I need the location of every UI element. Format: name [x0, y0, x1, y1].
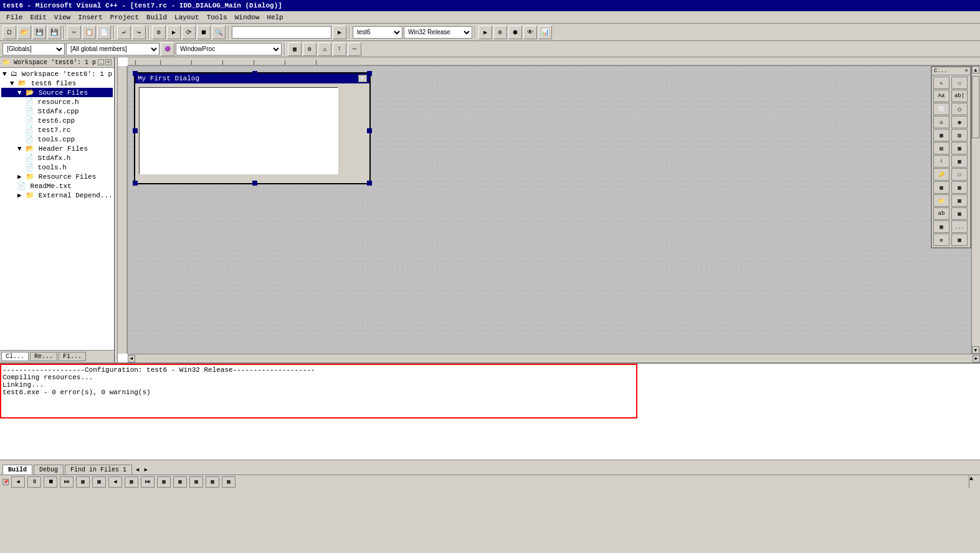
- editor-scrollbar-h[interactable]: ◄ ►: [128, 354, 980, 362]
- menu-project[interactable]: Project: [107, 12, 143, 22]
- menu-file[interactable]: File: [2, 12, 26, 22]
- palette-btn-26[interactable]: ▦: [951, 234, 968, 246]
- save-btn[interactable]: 💾: [32, 26, 46, 39]
- palette-check-btn[interactable]: ☒: [933, 116, 949, 128]
- search-input[interactable]: [232, 26, 331, 39]
- palette-tab-btn[interactable]: ✿: [933, 234, 949, 246]
- cut-btn[interactable]: ✂: [67, 26, 81, 39]
- panel-minimize-btn[interactable]: _: [98, 59, 104, 65]
- status-btn-14[interactable]: ▦: [222, 476, 235, 488]
- resize-handle-bottomright[interactable]: [367, 181, 372, 186]
- tab-build[interactable]: Build: [2, 465, 32, 475]
- palette-btn-18[interactable]: ▦: [951, 181, 968, 194]
- layout-btn5[interactable]: ↔: [348, 42, 361, 56]
- panel-close-btn[interactable]: ×: [105, 59, 112, 65]
- resize-handle-bottomleft[interactable]: [133, 181, 138, 186]
- status-btn-9[interactable]: ⏭: [141, 476, 155, 488]
- resize-handle-topleft[interactable]: [133, 71, 138, 76]
- paste-btn[interactable]: 📄: [97, 26, 111, 39]
- status-btn-12[interactable]: ▦: [189, 476, 203, 488]
- palette-radio2-btn[interactable]: ◉: [951, 116, 968, 128]
- status-scrollbar[interactable]: ▲: [969, 475, 978, 488]
- palette-scroll-btn[interactable]: ↕: [933, 155, 949, 168]
- build-btn[interactable]: ▶: [167, 26, 181, 39]
- open-btn[interactable]: 📂: [17, 26, 31, 39]
- tree-item-4[interactable]: 📄 StdAfx.cpp: [1, 106, 113, 116]
- tab-arrow-left[interactable]: ◄: [133, 466, 141, 475]
- tree-item-13[interactable]: ▶ 📁 External Depend...: [1, 191, 113, 200]
- palette-btn-22[interactable]: ▦: [951, 207, 968, 220]
- menu-view[interactable]: View: [50, 12, 74, 22]
- tree-item-10[interactable]: 📄 tools.h: [1, 163, 113, 172]
- layout-btn1[interactable]: ▦: [288, 42, 302, 56]
- tree-item-7[interactable]: 📄 tools.cpp: [1, 135, 113, 144]
- layout-btn3[interactable]: ⚠: [318, 42, 331, 56]
- canvas-area[interactable]: My First Dialog ×: [128, 66, 971, 354]
- scroll-down-btn[interactable]: ▼: [972, 346, 979, 354]
- undo-btn[interactable]: ↩: [117, 26, 131, 39]
- status-btn-13[interactable]: ▦: [206, 476, 219, 488]
- watch-btn[interactable]: 👁: [523, 26, 537, 39]
- save-all-btn[interactable]: 💾: [47, 26, 61, 39]
- palette-btn-16[interactable]: ☐: [951, 168, 968, 181]
- menu-build[interactable]: Build: [143, 12, 171, 22]
- tab-clasview[interactable]: Cl...: [1, 352, 29, 361]
- palette-close-btn[interactable]: ×: [965, 68, 968, 74]
- status-btn-10[interactable]: ▦: [157, 476, 171, 488]
- rebuild-btn[interactable]: ⟳: [182, 26, 196, 39]
- palette-btn-10[interactable]: ▥: [951, 129, 968, 141]
- redo-btn[interactable]: ↪: [132, 26, 146, 39]
- palette-combo-btn[interactable]: ▤: [933, 142, 949, 154]
- tab-resview[interactable]: Re...: [30, 352, 57, 361]
- resize-handle-left[interactable]: [133, 128, 138, 133]
- tab-fileview[interactable]: Fi...: [59, 352, 86, 361]
- tab-findinfiles[interactable]: Find in Files 1: [65, 465, 132, 475]
- tree-item-5[interactable]: 📄 test6.cpp: [1, 116, 113, 125]
- config-dropdown[interactable]: Win32 Release: [404, 26, 472, 39]
- status-btn-1[interactable]: ◀: [11, 476, 25, 488]
- scroll-up-btn[interactable]: ▲: [972, 66, 979, 73]
- scroll-thumb-v[interactable]: [972, 76, 979, 138]
- editor-scrollbar-v[interactable]: ▲ ▼: [971, 66, 980, 354]
- menu-layout[interactable]: Layout: [171, 12, 203, 22]
- tree-item-2[interactable]: ▼ 📂 Source Files: [1, 88, 113, 97]
- tree-item-3[interactable]: 📄 resource.h: [1, 97, 113, 106]
- menu-edit[interactable]: Edit: [26, 12, 50, 22]
- members-dropdown[interactable]: [All global members]: [66, 43, 159, 55]
- menu-insert[interactable]: Insert: [74, 12, 107, 22]
- palette-groupbox-btn[interactable]: ⬜: [933, 103, 949, 115]
- status-btn-6[interactable]: ▦: [92, 476, 106, 488]
- palette-btn-20[interactable]: ▦: [951, 194, 968, 207]
- palette-btn-14[interactable]: ▦: [951, 155, 968, 168]
- status-btn-5[interactable]: ▦: [76, 476, 90, 488]
- palette-tree-btn[interactable]: ▦: [933, 220, 949, 233]
- status-btn-7[interactable]: ◀: [108, 476, 122, 488]
- function-dropdown[interactable]: WindowProc: [176, 43, 282, 55]
- layout-btn2[interactable]: ⚙: [303, 42, 316, 56]
- vars-btn[interactable]: 📊: [538, 26, 552, 39]
- debug2-btn[interactable]: ⚙: [493, 26, 507, 39]
- tab-arrow-right[interactable]: ►: [141, 466, 150, 475]
- palette-static-btn[interactable]: Aa: [933, 90, 949, 102]
- palette-select-btn[interactable]: ↖: [933, 77, 949, 89]
- new-btn[interactable]: 🗋: [2, 26, 16, 39]
- tree-item-0[interactable]: ▼ 🗂 Workspace 'test6': 1 p: [1, 69, 113, 78]
- compile-btn[interactable]: ⚙: [152, 26, 166, 39]
- tree-item-12[interactable]: 📄 ReadMe.txt: [1, 181, 113, 191]
- tree-item-1[interactable]: ▼ 📂 test6 files: [1, 78, 113, 88]
- tree-item-9[interactable]: 📄 StdAfx.h: [1, 153, 113, 163]
- tree-item-11[interactable]: ▶ 📁 Resource Files: [1, 172, 113, 181]
- palette-btn-12[interactable]: ▦: [951, 142, 968, 154]
- layout-btn4[interactable]: ↕: [333, 42, 346, 56]
- palette-btn-2[interactable]: ☐: [951, 77, 968, 89]
- resize-handle-top[interactable]: [252, 71, 257, 76]
- go-btn[interactable]: ▶: [333, 26, 346, 39]
- scope-dropdown[interactable]: [Globals]: [2, 43, 65, 55]
- menu-window[interactable]: Window: [231, 12, 264, 22]
- status-btn-11[interactable]: ▦: [173, 476, 187, 488]
- status-btn-4[interactable]: ⏭: [60, 476, 74, 488]
- palette-spin-btn[interactable]: 🔑: [933, 168, 949, 181]
- status-btn-8[interactable]: ▦: [125, 476, 138, 488]
- resize-handle-topright[interactable]: [367, 71, 372, 76]
- palette-listbox-btn[interactable]: ▦: [933, 129, 949, 141]
